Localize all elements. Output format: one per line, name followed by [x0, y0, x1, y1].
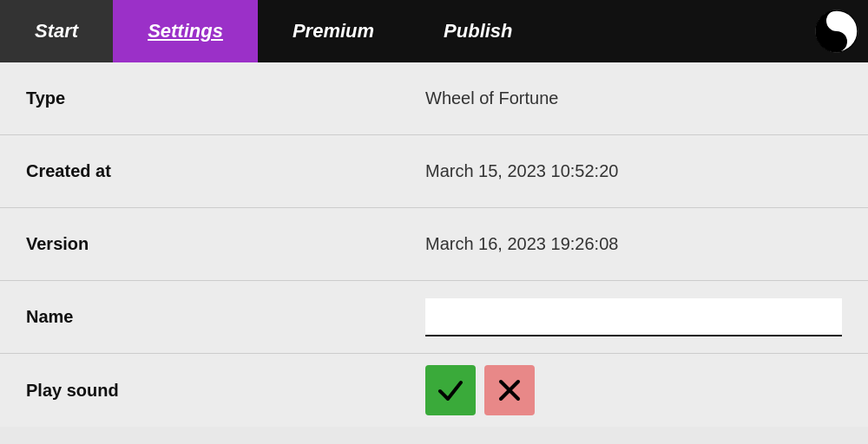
name-input[interactable]: [425, 298, 842, 336]
nav-bar: Start Settings Premium Publish: [0, 0, 868, 62]
play-sound-label: Play sound: [26, 381, 425, 401]
nav-start[interactable]: Start: [0, 0, 113, 62]
type-value: Wheel of Fortune: [425, 88, 842, 108]
created-at-row: Created at March 15, 2023 10:52:20: [0, 135, 868, 208]
nav-premium[interactable]: Premium: [258, 0, 409, 62]
x-icon: [496, 376, 523, 404]
svg-point-1: [833, 17, 840, 24]
sound-x-button[interactable]: [484, 365, 535, 415]
created-at-label: Created at: [26, 161, 425, 181]
version-value: March 16, 2023 19:26:08: [425, 234, 842, 254]
name-row: Name: [0, 281, 868, 354]
nav-settings[interactable]: Settings: [113, 0, 258, 62]
svg-point-2: [833, 38, 840, 45]
version-label: Version: [26, 234, 425, 254]
checkmark-icon: [437, 376, 464, 404]
play-sound-row: Play sound: [0, 354, 868, 427]
type-row: Type Wheel of Fortune: [0, 62, 868, 135]
yin-yang-icon[interactable]: [806, 0, 868, 62]
version-row: Version March 16, 2023 19:26:08: [0, 208, 868, 281]
name-label: Name: [26, 307, 425, 327]
nav-publish[interactable]: Publish: [409, 0, 547, 62]
sound-buttons-group: [425, 365, 842, 415]
settings-content: Type Wheel of Fortune Created at March 1…: [0, 62, 868, 427]
sound-check-button[interactable]: [425, 365, 476, 415]
type-label: Type: [26, 88, 425, 108]
play-sound-controls: [425, 365, 842, 415]
created-at-value: March 15, 2023 10:52:20: [425, 161, 842, 181]
name-input-wrapper: [425, 298, 842, 336]
